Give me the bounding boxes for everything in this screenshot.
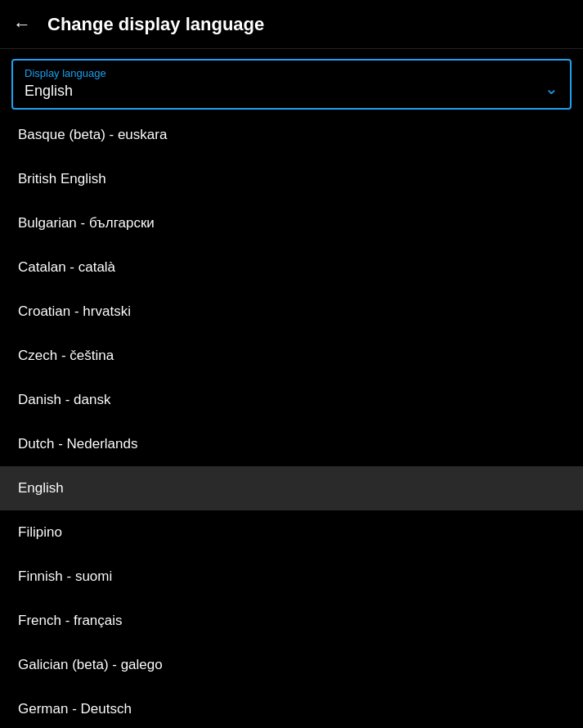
language-item-croatian[interactable]: Croatian - hrvatski — [0, 290, 583, 334]
language-item-basque[interactable]: Basque (beta) - euskara — [0, 119, 583, 157]
language-list[interactable]: Arabic - العربيةArabic (Feminine) - العر… — [0, 119, 583, 728]
language-dropdown[interactable]: Display language English ⌄ — [11, 59, 572, 110]
page-title: Change display language — [47, 14, 264, 35]
dropdown-value: English — [25, 83, 558, 100]
header: ← Change display language — [0, 0, 583, 49]
chevron-down-icon: ⌄ — [545, 79, 558, 98]
language-item-english[interactable]: English — [0, 466, 583, 510]
back-button[interactable]: ← — [13, 16, 31, 34]
language-item-dutch[interactable]: Dutch - Nederlands — [0, 422, 583, 466]
language-item-german[interactable]: German - Deutsch — [0, 687, 583, 728]
language-item-galician[interactable]: Galician (beta) - galego — [0, 643, 583, 687]
language-item-bulgarian[interactable]: Bulgarian - български — [0, 201, 583, 245]
language-item-danish[interactable]: Danish - dansk — [0, 378, 583, 422]
language-list-wrapper: Arabic - العربيةArabic (Feminine) - العر… — [0, 119, 583, 728]
dropdown-label: Display language — [25, 67, 558, 79]
language-item-finnish[interactable]: Finnish - suomi — [0, 555, 583, 599]
language-item-catalan[interactable]: Catalan - català — [0, 245, 583, 290]
language-item-british-english[interactable]: British English — [0, 157, 583, 201]
language-item-czech[interactable]: Czech - čeština — [0, 334, 583, 378]
language-item-filipino[interactable]: Filipino — [0, 510, 583, 555]
language-item-french[interactable]: French - français — [0, 599, 583, 643]
